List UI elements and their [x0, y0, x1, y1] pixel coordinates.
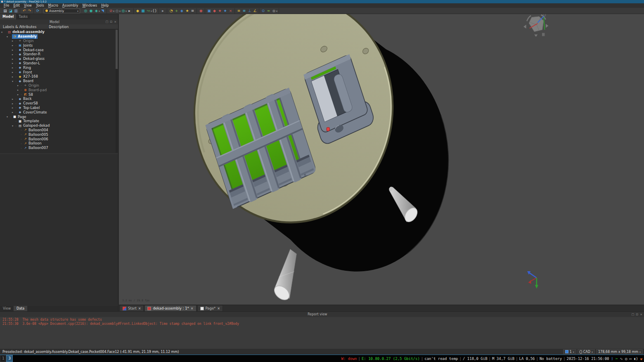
joint-angle-icon[interactable]: ∠: [252, 8, 258, 14]
report-close-icon[interactable]: ×: [640, 313, 642, 316]
doc-tab-page[interactable]: Page*×: [197, 305, 223, 311]
expander-closed-icon[interactable]: ▸: [11, 102, 14, 105]
report-dock-icon[interactable]: ⊡: [636, 313, 638, 316]
3d-viewport[interactable]: [119, 14, 644, 305]
tree-item-stander-l[interactable]: ▸◦◆Stander-L: [0, 61, 116, 66]
whats-this-icon[interactable]: ▸: [160, 8, 166, 14]
tab-model[interactable]: Model: [0, 14, 16, 19]
joint-fixed-icon[interactable]: ▣: [206, 8, 212, 14]
close-icon[interactable]: ×: [138, 307, 141, 310]
tree-item-covers8[interactable]: ▸◦◆CoverS8: [0, 101, 116, 106]
joint-ball-icon[interactable]: ×: [228, 8, 233, 14]
expander-open-icon[interactable]: ▾: [5, 35, 9, 38]
open-document-icon[interactable]: ◪: [8, 8, 13, 14]
tab-view[interactable]: View: [0, 306, 14, 311]
joint-cylindrical-icon[interactable]: ★: [217, 8, 223, 14]
select-tool-icon[interactable]: ▸: [127, 8, 132, 14]
panel-close-icon[interactable]: ×: [114, 20, 116, 24]
fit-selection-icon[interactable]: ◉: [88, 8, 94, 14]
bluetooth-icon[interactable]: ᛒ: [611, 357, 613, 361]
expander-closed-icon[interactable]: ▸: [11, 71, 14, 73]
tree-item-dekad-glass[interactable]: ▸◦◆Dekad-glass: [0, 57, 116, 61]
joint-revolute-icon[interactable]: ◆: [212, 8, 217, 14]
layer-selector[interactable]: 1▾: [563, 349, 576, 354]
expression-icon[interactable]: {}: [152, 8, 157, 14]
display-icon[interactable]: ▭: [629, 357, 631, 361]
menu-help[interactable]: Help: [99, 3, 111, 8]
expander-closed-icon[interactable]: ▸: [11, 48, 14, 51]
tree-item-balloon005[interactable]: ◦↗Balloon005: [0, 132, 116, 137]
doc-tab-start[interactable]: Start×: [120, 305, 144, 311]
report-view-log[interactable]: 21:55:28 The mesh data structure has som…: [0, 317, 644, 349]
new-document-icon[interactable]: ▤: [2, 8, 8, 14]
expander-closed-icon[interactable]: ▸: [16, 84, 20, 87]
menu-macro[interactable]: Macro: [46, 3, 60, 8]
fit-all-icon[interactable]: ◎: [83, 8, 88, 14]
toggle-grounded-icon[interactable]: ◉: [198, 8, 204, 14]
tree-item-page[interactable]: ▾◦■Page: [0, 114, 116, 119]
tree-item-template[interactable]: ◦■Template: [0, 119, 116, 123]
simulation-icon[interactable]: ≈: [266, 8, 271, 14]
create-assembly-icon[interactable]: ◔: [168, 8, 174, 14]
tree-item-balloon007[interactable]: ◦↗Balloon007: [0, 146, 116, 150]
menu-file[interactable]: File: [2, 3, 11, 8]
new-joint-icon[interactable]: ★: [185, 8, 190, 14]
tree-item-galoped-dekad[interactable]: ▾◦▤Galoped-dekad: [0, 123, 116, 128]
expander-closed-icon[interactable]: ▸: [11, 75, 14, 78]
tab-tasks[interactable]: Tasks: [16, 14, 30, 19]
refresh-icon[interactable]: ⟳: [35, 8, 40, 14]
chevron-down-icon[interactable]: ▾: [276, 9, 277, 12]
save-document-icon[interactable]: ▥: [13, 8, 19, 14]
menu-view[interactable]: View: [22, 3, 34, 8]
joint-parallel-icon[interactable]: ≡: [242, 8, 247, 14]
tree-item-coverclimate[interactable]: ▸◦◆CoverClimate: [0, 110, 116, 114]
sync-status-icon[interactable]: ◎: [625, 357, 627, 361]
tree-item-origin[interactable]: ▸◦+Origin: [0, 83, 116, 88]
tree-item-s8[interactable]: ▸◦◩S8: [0, 92, 116, 97]
expander-open-icon[interactable]: ▾: [0, 31, 4, 33]
telegram-icon[interactable]: ▶: [639, 356, 643, 361]
workbench-selector[interactable]: Assembly▾: [44, 9, 80, 13]
report-float-icon[interactable]: □: [632, 313, 635, 316]
expander-closed-icon[interactable]: ▸: [16, 93, 20, 96]
redo-icon[interactable]: ↷: [27, 8, 32, 14]
expander-closed-icon[interactable]: ▸: [16, 88, 20, 91]
model-panel-header[interactable]: x Model □ ⊡ ×: [0, 19, 118, 24]
menu-tools[interactable]: Tools: [34, 3, 46, 8]
dimension-display[interactable]: 178,68 mm x 99,18 mm▾: [596, 349, 643, 354]
workspace-1[interactable]: 1: [0, 355, 6, 362]
nav-style-selector[interactable]: CAD▾: [578, 349, 595, 354]
tree-item-ring[interactable]: ▸◦◆Ring: [0, 65, 116, 70]
expander-closed-icon[interactable]: ▸: [11, 66, 14, 69]
expander-closed-icon[interactable]: ▸: [11, 44, 14, 47]
tree-item-board-pad[interactable]: ▸◦●Board-pad: [0, 88, 116, 92]
report-view-header[interactable]: x Report view □ ⊡ ×: [0, 311, 644, 317]
clipboard-manager-icon[interactable]: ✂: [616, 357, 618, 361]
doc-tab-dekad-assembly-1[interactable]: dekad-assembly : 1*×: [144, 305, 196, 311]
solve-assembly-icon[interactable]: ◈: [179, 8, 185, 14]
bill-of-materials-icon[interactable]: ≡: [190, 8, 195, 14]
insert-component-icon[interactable]: +: [174, 8, 179, 14]
column-labels-attributes[interactable]: Labels & Attributes: [0, 24, 49, 29]
volume-icon[interactable]: ◖): [634, 357, 638, 361]
tree-item-front[interactable]: ▸◦◆Front: [0, 70, 116, 74]
tree-item-balloon[interactable]: ◦↗Balloon: [0, 141, 116, 146]
expander-closed-icon[interactable]: ▸: [11, 62, 14, 64]
column-description[interactable]: Description: [49, 24, 69, 29]
tree-item-top-label[interactable]: ▸◦◆Top-Label: [0, 106, 116, 110]
tab-data[interactable]: Data: [14, 306, 27, 311]
tree-item-origin[interactable]: ▸◦+Origin: [0, 39, 116, 43]
expander-closed-icon[interactable]: ▸: [11, 111, 14, 114]
tree-item-stander-r[interactable]: ▸◦◆Stander-R: [0, 52, 116, 57]
expander-closed-icon[interactable]: ▸: [11, 57, 14, 60]
view-flag-icon[interactable]: ◥: [100, 8, 105, 14]
expander-open-icon[interactable]: ▾: [11, 124, 14, 127]
joint-perpendicular-icon[interactable]: ⊥: [247, 8, 252, 14]
expander-closed-icon[interactable]: ▸: [11, 106, 14, 109]
tree-scrollbar[interactable]: [116, 30, 118, 153]
tree-item-assembly[interactable]: ▾◦◔Assembly: [0, 34, 116, 39]
menu-assembly[interactable]: Assembly: [60, 3, 80, 8]
titlebar[interactable]: * dekad-assembly - FreeCAD 1.0.2: [0, 0, 644, 3]
tree-item-dekad-assembly[interactable]: ▾▤dekad-assembly: [0, 30, 116, 34]
close-icon[interactable]: ×: [217, 307, 220, 310]
